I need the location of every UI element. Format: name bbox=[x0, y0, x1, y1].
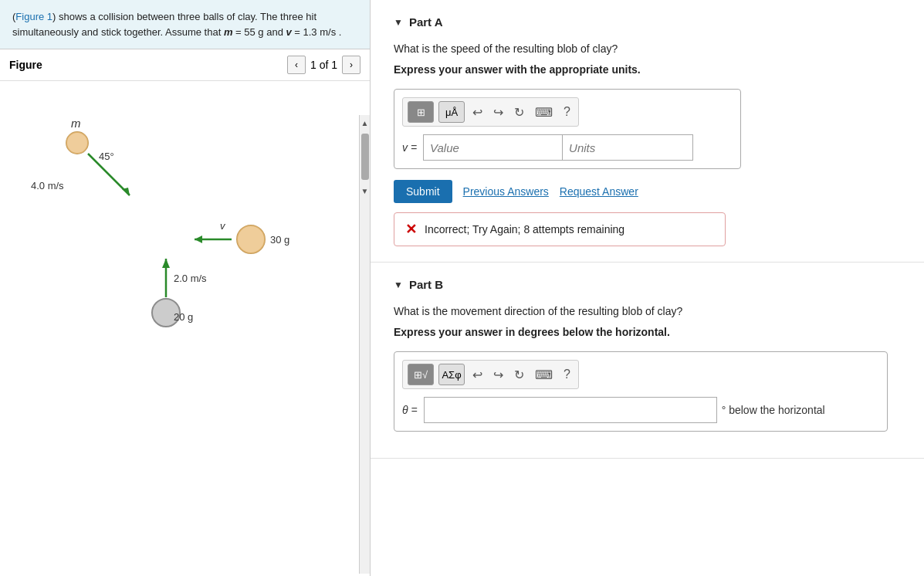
page-indicator: 1 of 1 bbox=[310, 59, 337, 71]
svg-marker-5 bbox=[195, 235, 202, 243]
part-a-units-input[interactable] bbox=[562, 134, 693, 161]
figure-title: Figure bbox=[9, 59, 42, 71]
m-variable: m bbox=[224, 26, 233, 38]
scroll-up-arrow[interactable]: ▲ bbox=[360, 115, 371, 130]
part-a-section: ▼ Part A What is the speed of the result… bbox=[371, 0, 924, 263]
part-a-submit-button[interactable]: Submit bbox=[394, 180, 452, 203]
angle-label: 45° bbox=[99, 151, 114, 162]
part-b-matrix-btn[interactable]: ⊞√ bbox=[408, 364, 434, 385]
part-b-theta-input[interactable] bbox=[424, 397, 717, 423]
v-diagram-label: v bbox=[220, 220, 226, 232]
figure-content: m 45° 4.0 m/s v bbox=[0, 81, 370, 574]
part-a-undo-btn[interactable]: ↩ bbox=[469, 103, 486, 121]
part-b-keyboard-btn[interactable]: ⌨ bbox=[532, 366, 556, 384]
part-a-question: What is the speed of the resulting blob … bbox=[394, 41, 901, 57]
part-a-error-box: ✕ Incorrect; Try Again; 8 attempts remai… bbox=[394, 212, 726, 246]
part-b-header[interactable]: ▼ Part B bbox=[394, 278, 901, 291]
next-figure-button[interactable]: › bbox=[342, 56, 360, 74]
mass-bottom-label: 20 g bbox=[174, 311, 193, 323]
part-a-help-btn[interactable]: ? bbox=[560, 103, 574, 120]
part-b-degree-suffix: ° below the horizontal bbox=[722, 404, 825, 416]
figure-area: Figure ‹ 1 of 1 › m 45° bbox=[0, 49, 370, 576]
part-b-answer-box: ⊞√ ΑΣφ ↩ ↪ ↻ ⌨ ? θ = ° below the horizon… bbox=[394, 351, 888, 432]
scrollbar[interactable]: ▲ ▼ bbox=[359, 115, 370, 574]
part-b-title: Part B bbox=[409, 278, 443, 291]
left-panel: (Figure 1) shows a collision between thr… bbox=[0, 0, 371, 576]
diagram-svg: m 45° 4.0 m/s v bbox=[15, 104, 355, 351]
part-a-toolbar: ⊞ μÅ ↩ ↪ ↻ ⌨ ? bbox=[402, 97, 579, 127]
part-b-question: What is the movement direction of the re… bbox=[394, 303, 901, 320]
part-a-collapse-icon: ▼ bbox=[394, 17, 403, 28]
part-b-undo-btn[interactable]: ↩ bbox=[469, 366, 486, 384]
speed-bottom-label: 2.0 m/s bbox=[174, 273, 207, 284]
m-label: m bbox=[71, 117, 81, 130]
part-a-answer-box: ⊞ μÅ ↩ ↪ ↻ ⌨ ? v = bbox=[394, 89, 741, 169]
part-a-input-row: v = bbox=[402, 134, 733, 161]
svg-marker-9 bbox=[162, 259, 170, 268]
part-b-refresh-btn[interactable]: ↻ bbox=[511, 366, 527, 384]
part-b-toolbar: ⊞√ ΑΣφ ↩ ↪ ↻ ⌨ ? bbox=[402, 360, 579, 389]
part-a-error-text: Incorrect; Try Again; 8 attempts remaini… bbox=[425, 223, 624, 235]
part-a-mu-btn[interactable]: μÅ bbox=[438, 101, 465, 123]
part-a-redo-btn[interactable]: ↪ bbox=[490, 103, 506, 121]
figure-header: Figure ‹ 1 of 1 › bbox=[0, 49, 370, 81]
figure-link[interactable]: Figure 1 bbox=[15, 11, 52, 22]
part-b-redo-btn[interactable]: ↪ bbox=[490, 366, 506, 384]
part-a-keyboard-btn[interactable]: ⌨ bbox=[532, 103, 556, 121]
v-variable: v bbox=[286, 26, 291, 38]
part-a-express: Express your answer with the appropriate… bbox=[394, 62, 901, 78]
prev-figure-button[interactable]: ‹ bbox=[287, 56, 306, 74]
part-b-sigma-btn[interactable]: ΑΣφ bbox=[438, 364, 465, 385]
error-icon: ✕ bbox=[405, 221, 417, 238]
mass-right-label: 30 g bbox=[270, 234, 289, 246]
part-a-request-answer-button[interactable]: Request Answer bbox=[560, 185, 638, 198]
part-b-input-row: θ = ° below the horizontal bbox=[402, 397, 879, 423]
part-b-express: Express your answer in degrees below the… bbox=[394, 324, 901, 341]
m-value: = 55 g and bbox=[232, 26, 286, 38]
speed-top-label: 4.0 m/s bbox=[31, 180, 64, 191]
scroll-down-arrow[interactable]: ▼ bbox=[360, 183, 371, 198]
part-a-v-label: v = bbox=[402, 141, 417, 154]
part-b-collapse-icon: ▼ bbox=[394, 280, 403, 290]
figure-nav: ‹ 1 of 1 › bbox=[287, 56, 360, 74]
part-a-title: Part A bbox=[409, 15, 443, 29]
scroll-thumb[interactable] bbox=[361, 134, 369, 180]
svg-point-7 bbox=[237, 225, 265, 253]
problem-text: (Figure 1) shows a collision between thr… bbox=[0, 0, 370, 49]
part-a-value-input[interactable] bbox=[423, 134, 562, 161]
part-a-matrix-btn[interactable]: ⊞ bbox=[408, 101, 434, 123]
part-b-theta-label: θ = bbox=[402, 404, 418, 416]
right-panel: ▼ Part A What is the speed of the result… bbox=[371, 0, 924, 576]
v-value: = 1.3 m/s . bbox=[292, 26, 342, 38]
part-b-help-btn[interactable]: ? bbox=[560, 366, 574, 383]
part-a-previous-answers-button[interactable]: Previous Answers bbox=[463, 185, 549, 198]
part-a-header[interactable]: ▼ Part A bbox=[394, 15, 901, 29]
part-b-section: ▼ Part B What is the movement direction … bbox=[371, 263, 924, 459]
part-a-refresh-btn[interactable]: ↻ bbox=[511, 103, 527, 121]
part-a-actions: Submit Previous Answers Request Answer bbox=[394, 180, 901, 203]
svg-point-1 bbox=[66, 132, 88, 154]
